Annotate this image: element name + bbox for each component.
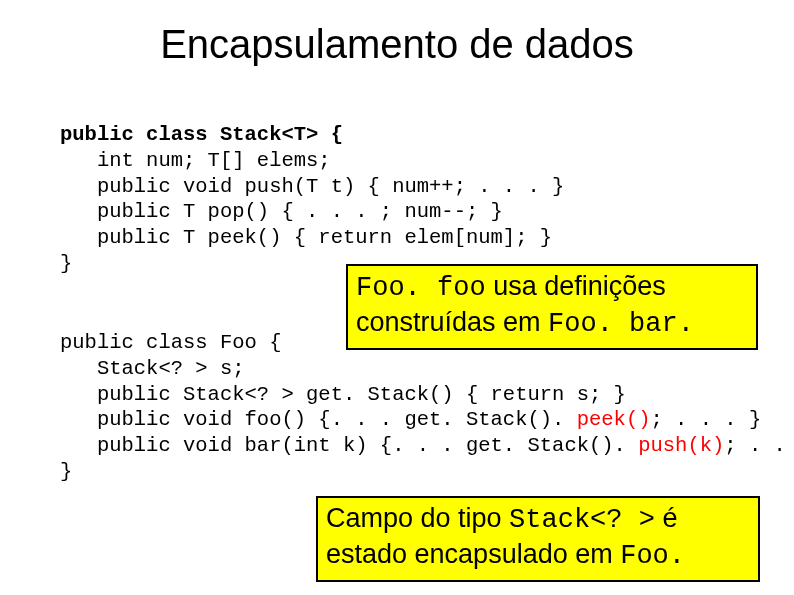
code-line: public T pop() { . . . ; num--; } xyxy=(60,200,503,223)
callout-box-2: Campo do tipo Stack<? > éestado encapsul… xyxy=(316,496,760,582)
callout-mono: Stack<? > xyxy=(509,505,655,535)
code-line: } xyxy=(60,460,72,483)
code-red: push(k) xyxy=(638,434,724,457)
code-line-part: public void foo() {. . . get. Stack(). xyxy=(60,408,577,431)
code-line-part: public void bar(int k) {. . . get. Stack… xyxy=(60,434,638,457)
callout-text: Campo do tipo xyxy=(326,503,509,533)
code-line: int num; T[] elems; xyxy=(60,149,331,172)
callout-text: estado encapsulado em xyxy=(326,539,620,569)
callout-text: usa definições xyxy=(486,271,666,301)
code-line: public Stack<? > get. Stack() { return s… xyxy=(60,383,626,406)
code-line-part: ; . . . } xyxy=(651,408,762,431)
callout-text: . xyxy=(669,541,685,571)
code-line: public T peek() { return elem[num]; } xyxy=(60,226,552,249)
code-block-stack: public class Stack<T> { int num; T[] ele… xyxy=(60,122,564,277)
code-line: public void push(T t) { num++; . . . } xyxy=(60,175,564,198)
code-line-part: ; . . . } xyxy=(724,434,794,457)
slide-title: Encapsulamento de dados xyxy=(0,22,794,67)
code-line: Stack<? > s; xyxy=(60,357,245,380)
code-line: public class Stack<T> { xyxy=(60,123,343,146)
code-line: } xyxy=(60,252,72,275)
code-block-foo: public class Foo { Stack<? > s; public S… xyxy=(60,330,794,485)
callout-mono: Foo. foo xyxy=(356,273,486,303)
callout-mono: Foo xyxy=(620,541,669,571)
callout-text: é xyxy=(655,503,678,533)
code-red: peek() xyxy=(577,408,651,431)
code-line: public class Foo { xyxy=(60,331,281,354)
